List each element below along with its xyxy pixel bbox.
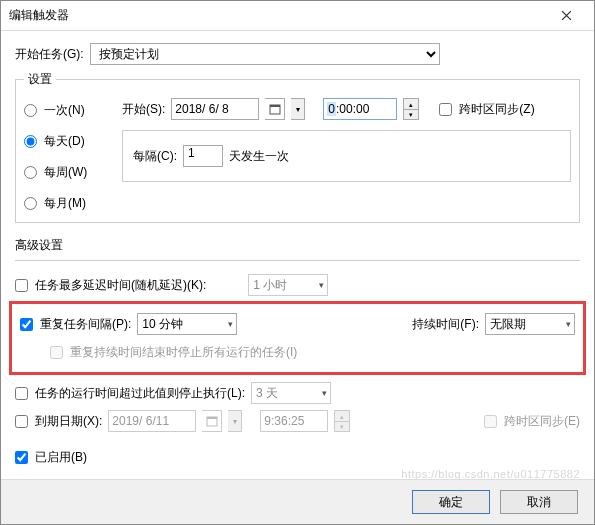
dialog-edit-trigger: 编辑触发器 开始任务(G): 按预定计划 设置 一次(N) 每天(D) 每周(W…: [0, 0, 595, 525]
frequency-column: 一次(N) 每天(D) 每周(W) 每月(M): [24, 98, 114, 212]
begin-task-select[interactable]: 按预定计划: [90, 43, 440, 65]
calendar-icon[interactable]: [265, 98, 285, 120]
repeat-interval-combo[interactable]: 10 分钟▾: [137, 313, 237, 335]
svg-rect-1: [270, 105, 280, 107]
chevron-down-icon: ▾: [228, 319, 233, 329]
highlight-box: 重复任务间隔(P): 10 分钟▾ 持续时间(F): 无限期▾ 重复持续时间结束…: [9, 301, 586, 375]
expire-date-input: 2019/ 6/11: [108, 410, 196, 432]
duration-label: 持续时间(F):: [412, 316, 479, 333]
cancel-button[interactable]: 取消: [500, 490, 578, 514]
chevron-down-icon: ▾: [319, 280, 324, 290]
delay-checkbox[interactable]: 任务最多延迟时间(随机延迟)(K):: [15, 277, 206, 294]
chevron-down-icon: ▾: [322, 388, 327, 398]
daily-interval-box: 每隔(C): 1 天发生一次: [122, 130, 571, 182]
interval-suffix: 天发生一次: [229, 148, 289, 165]
settings-group: 设置 一次(N) 每天(D) 每周(W) 每月(M) 开始(S): 2018/ …: [15, 71, 580, 223]
spin-up-icon: ▴: [334, 410, 350, 421]
radio-daily[interactable]: 每天(D): [24, 133, 114, 150]
expire-time-input: 9:36:25: [260, 410, 328, 432]
enabled-checkbox[interactable]: 已启用(B): [15, 449, 87, 466]
settings-legend: 设置: [24, 71, 56, 88]
radio-weekly[interactable]: 每周(W): [24, 164, 114, 181]
duration-combo[interactable]: 无限期▾: [485, 313, 575, 335]
expire-checkbox[interactable]: 到期日期(X):: [15, 413, 102, 430]
radio-monthly[interactable]: 每月(M): [24, 195, 114, 212]
chevron-down-icon: ▾: [566, 319, 571, 329]
stop-after-combo: 3 天▾: [251, 382, 331, 404]
radio-once[interactable]: 一次(N): [24, 102, 114, 119]
close-button[interactable]: [546, 2, 586, 30]
start-date-input[interactable]: 2018/ 6/ 8: [171, 98, 259, 120]
stop-all-checkbox: 重复持续时间结束时停止所有运行的任务(I): [50, 344, 297, 361]
spin-down-icon: ▾: [334, 421, 350, 432]
divider: [15, 260, 580, 261]
window-title: 编辑触发器: [9, 7, 546, 24]
footer: 确定 取消: [1, 479, 594, 524]
svg-rect-3: [207, 417, 217, 419]
calendar-icon: [202, 410, 222, 432]
interval-label: 每隔(C):: [133, 148, 177, 165]
interval-input[interactable]: 1: [183, 145, 223, 167]
ok-button[interactable]: 确定: [412, 490, 490, 514]
start-label: 开始(S):: [122, 101, 165, 118]
stop-after-checkbox[interactable]: 任务的运行时间超过此值则停止执行(L):: [15, 385, 245, 402]
start-time-input[interactable]: 0:00:00: [323, 98, 397, 120]
date-dropdown-icon[interactable]: ▾: [291, 98, 305, 120]
advanced-title: 高级设置: [15, 237, 580, 254]
time-spinner[interactable]: ▴▾: [403, 98, 419, 120]
delay-combo: 1 小时▾: [248, 274, 328, 296]
time-spinner: ▴▾: [334, 410, 350, 432]
date-dropdown-icon: ▾: [228, 410, 242, 432]
repeat-checkbox[interactable]: 重复任务间隔(P):: [20, 316, 131, 333]
sync-timezone-checkbox[interactable]: 跨时区同步(Z): [439, 101, 534, 118]
begin-task-label: 开始任务(G):: [15, 46, 84, 63]
sync-timezone2-checkbox: 跨时区同步(E): [484, 413, 580, 430]
titlebar: 编辑触发器: [1, 1, 594, 31]
spin-up-icon[interactable]: ▴: [403, 98, 419, 109]
spin-down-icon[interactable]: ▾: [403, 109, 419, 120]
close-icon: [561, 10, 572, 21]
